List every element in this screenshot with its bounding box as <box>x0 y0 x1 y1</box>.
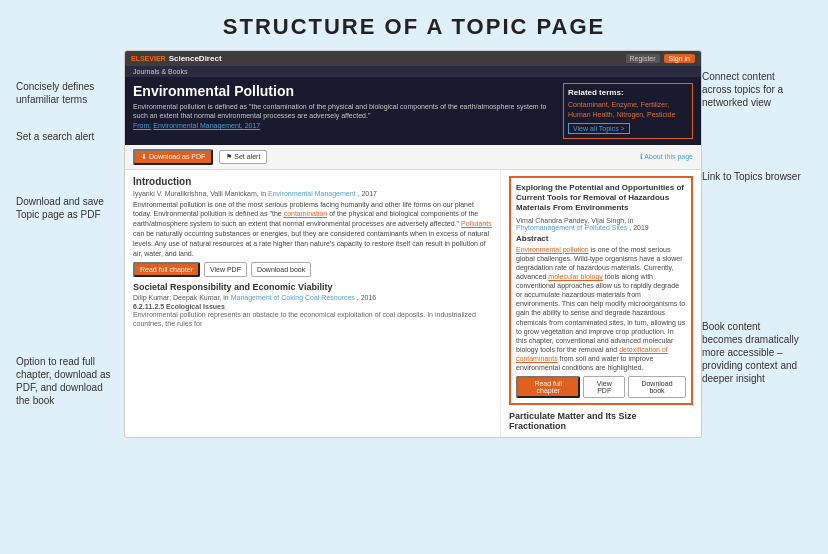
section2-authors: Dilip Kumar; Deepak Kumar, in Management… <box>133 294 492 301</box>
set-alert-btn[interactable]: ⚑ Set alert <box>219 150 267 164</box>
related-terms-text[interactable]: Contaminant, Enzyme, Fertilizer, Human H… <box>568 101 675 118</box>
browser-chrome: ELSEVIER ScienceDirect Register Sign in <box>125 51 701 66</box>
download-book-btn-1[interactable]: Download book <box>251 262 311 277</box>
content-grid: Introduction Iyyanki V. Muralikrishna, V… <box>125 170 701 437</box>
topic-description: Environmental pollution is defined as "t… <box>133 102 555 120</box>
content-area: Concisely defines unfamiliar terms Set a… <box>16 50 812 438</box>
pollutants-link[interactable]: Pollutants <box>461 220 492 227</box>
about-page-link[interactable]: ℹ About this page <box>640 153 693 161</box>
contamination-link[interactable]: contamination <box>284 210 328 217</box>
topic-main: Environmental Pollution Environmental po… <box>133 83 555 139</box>
source-link[interactable]: Environmental Management, 2017 <box>153 122 260 129</box>
detoxification-link[interactable]: detoxification of contaminants <box>516 346 668 362</box>
featured-body: Environmental pollution is one of the mo… <box>516 245 686 372</box>
section2-body: Environmental pollution represents an ob… <box>133 310 492 328</box>
nav-bar: Journals & Books <box>125 66 701 77</box>
featured-buttons: Read full chapter View PDF Download book <box>516 376 686 398</box>
read-chapter-btn-2[interactable]: Read full chapter <box>516 376 580 398</box>
related-terms-box: Related terms: Contaminant, Enzyme, Fert… <box>563 83 693 139</box>
abstract-label: Abstract <box>516 234 686 243</box>
register-btn[interactable]: Register <box>626 54 660 63</box>
intro-heading: Introduction <box>133 176 492 187</box>
page-container: STRUCTURE OF A TOPIC PAGE Concisely defi… <box>0 0 828 554</box>
right-col: Exploring the Potential and Opportunitie… <box>501 170 701 437</box>
featured-journal-link[interactable]: Phytomanagement of Polluted Sites <box>516 224 627 231</box>
signin-btn[interactable]: Sign in <box>664 54 695 63</box>
annotation-connect-topics: Connect content across topics for a netw… <box>702 70 802 109</box>
right-annotations: Connect content across topics for a netw… <box>702 50 812 438</box>
annotation-defines-terms: Concisely defines unfamiliar terms <box>16 80 116 106</box>
download-pdf-btn[interactable]: ⬇ Download as PDF <box>133 149 213 165</box>
section2-sub: 6.2.11.2.5 Ecological Issues <box>133 303 492 310</box>
intro-authors: Iyyanki V. Muralikrishna, Valli Manickam… <box>133 190 492 197</box>
action-bar: ⬇ Download as PDF ⚑ Set alert ℹ About th… <box>125 145 701 170</box>
topic-header: Environmental Pollution Environmental po… <box>125 77 701 145</box>
sciencedirect-text: ScienceDirect <box>169 54 222 63</box>
intro-body: Environmental pollution is one of the mo… <box>133 200 492 259</box>
annotation-topics-browser: Link to Topics browser <box>702 170 802 183</box>
annotation-download-pdf: Download and save Topic page as PDF <box>16 195 116 221</box>
annotation-read-options: Option to read full chapter, download as… <box>16 355 116 407</box>
featured-article: Exploring the Potential and Opportunitie… <box>509 176 693 405</box>
download-book-btn-2[interactable]: Download book <box>628 376 686 398</box>
topic-source: From: Environmental Management, 2017 <box>133 122 555 129</box>
read-chapter-btn-1[interactable]: Read full chapter <box>133 262 200 277</box>
annotation-search-alert: Set a search alert <box>16 130 116 143</box>
featured-meta: Vimal Chandra Pandey, Vijai Singh, in Ph… <box>516 217 686 231</box>
browser-nav: Register Sign in <box>626 54 695 63</box>
related-terms-links: Contaminant, Enzyme, Fertilizer, Human H… <box>568 100 688 120</box>
section2-journal-link[interactable]: Management of Coking Coal Resources <box>231 294 355 301</box>
annotation-book-accessible: Book content becomes dramatically more a… <box>702 320 802 385</box>
molecular-biology-link[interactable]: molecular biology <box>548 273 602 280</box>
page-title: STRUCTURE OF A TOPIC PAGE <box>16 14 812 40</box>
view-all-btn[interactable]: View all Topics > <box>568 120 688 134</box>
topic-title: Environmental Pollution <box>133 83 555 99</box>
related-terms-title: Related terms: <box>568 88 688 97</box>
nav-journals[interactable]: Journals & Books <box>133 68 187 75</box>
elsevier-logo: ELSEVIER <box>131 55 166 62</box>
section2-heading: Societal Responsibility and Economic Via… <box>133 282 492 292</box>
env-pollution-link[interactable]: Environmental pollution <box>516 246 589 253</box>
second-article-title: Particulate Matter and Its Size Fraction… <box>509 411 693 431</box>
view-pdf-btn-1[interactable]: View PDF <box>204 262 247 277</box>
browser-logo: ELSEVIER ScienceDirect <box>131 54 222 63</box>
featured-title: Exploring the Potential and Opportunitie… <box>516 183 686 214</box>
left-annotations: Concisely defines unfamiliar terms Set a… <box>16 50 124 438</box>
left-col: Introduction Iyyanki V. Muralikrishna, V… <box>125 170 501 437</box>
intro-buttons: Read full chapter View PDF Download book <box>133 262 492 277</box>
browser-mockup: ELSEVIER ScienceDirect Register Sign in … <box>124 50 702 438</box>
view-pdf-btn-2[interactable]: View PDF <box>583 376 625 398</box>
intro-journal-link[interactable]: Environmental Management <box>268 190 356 197</box>
